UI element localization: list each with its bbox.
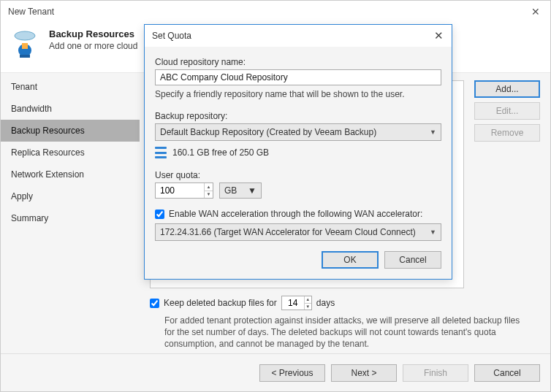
backup-repo-value: Default Backup Repository (Created by Ve…: [160, 127, 376, 137]
dialog-close-button[interactable]: ✕: [431, 29, 446, 42]
dialog-buttons: OK Cancel: [155, 251, 441, 269]
page-subtitle: Add one or more cloud: [49, 41, 137, 51]
dialog-cancel-button[interactable]: Cancel: [384, 251, 441, 269]
keep-deleted-section: Keep deleted backup files for ▲▼ days Fo…: [150, 296, 464, 350]
previous-button[interactable]: < Previous: [259, 364, 325, 382]
repo-name-hint: Specify a friendly repository name that …: [155, 89, 441, 99]
svg-rect-3: [20, 55, 30, 58]
header-text: Backup Resources Add one or more cloud: [49, 28, 137, 51]
page-title: Backup Resources: [49, 28, 137, 39]
cancel-button[interactable]: Cancel: [474, 364, 540, 382]
wan-accel-value: 172.24.31.66 (Target WAN Accelerator for…: [160, 227, 416, 237]
window-close-button[interactable]: ✕: [521, 1, 550, 23]
backup-resources-icon: [10, 28, 40, 59]
sidebar-item-replica-resources[interactable]: Replica Resources: [1, 142, 140, 164]
new-tenant-window: New Tenant ✕ Backup Resources Add one or…: [0, 0, 551, 392]
window-title: New Tenant: [8, 7, 54, 17]
add-button[interactable]: Add...: [474, 80, 540, 98]
sidebar-item-bandwidth[interactable]: Bandwidth: [1, 98, 140, 120]
titlebar: New Tenant ✕: [1, 1, 550, 23]
user-quota-label: User quota:: [155, 170, 441, 180]
svg-rect-2: [22, 43, 28, 49]
keep-deleted-label-post: days: [316, 298, 335, 308]
keep-deleted-days-value[interactable]: [282, 296, 304, 310]
keep-deleted-label-pre: Keep deleted backup files for: [164, 298, 277, 308]
storage-free-text: 160.1 GB free of 250 GB: [172, 147, 269, 158]
storage-free-row: 160.1 GB free of 250 GB: [155, 147, 441, 158]
keep-deleted-checkbox[interactable]: [150, 299, 159, 308]
wan-accel-checkbox[interactable]: [155, 210, 164, 219]
user-quota-unit-dropdown[interactable]: GB ▼: [219, 182, 262, 199]
ok-button[interactable]: OK: [322, 251, 379, 269]
remove-button: Remove: [474, 124, 540, 142]
keep-deleted-days-spinner[interactable]: ▲▼: [281, 296, 312, 310]
dialog-titlebar: Set Quota ✕: [145, 25, 452, 47]
next-button[interactable]: Next >: [331, 364, 397, 382]
wan-accel-dropdown[interactable]: 172.24.31.66 (Target WAN Accelerator for…: [155, 223, 441, 241]
user-quota-unit: GB: [224, 185, 237, 196]
spinner-arrows[interactable]: ▲▼: [204, 183, 213, 198]
user-quota-value[interactable]: [156, 183, 204, 198]
backup-repo-label: Backup repository:: [155, 111, 441, 121]
chevron-down-icon: ▼: [430, 228, 436, 236]
chevron-down-icon: ▼: [248, 185, 256, 196]
svg-point-0: [15, 31, 35, 40]
repo-name-input[interactable]: [155, 69, 441, 85]
list-action-buttons: Add... Edit... Remove: [474, 80, 540, 142]
sidebar-item-network-extension[interactable]: Network Extension: [1, 164, 140, 185]
finish-button: Finish: [403, 364, 468, 382]
sidebar-item-backup-resources[interactable]: Backup Resources: [1, 120, 140, 142]
sidebar-item-apply[interactable]: Apply: [1, 185, 140, 207]
set-quota-dialog: Set Quota ✕ Cloud repository name: Speci…: [144, 24, 452, 280]
chevron-down-icon: ▼: [430, 128, 436, 136]
storage-icon: [155, 147, 167, 158]
keep-deleted-explain: For added tenant protection against insi…: [150, 315, 530, 350]
sidebar-item-tenant[interactable]: Tenant: [1, 76, 140, 98]
backup-repo-dropdown[interactable]: Default Backup Repository (Created by Ve…: [155, 123, 441, 141]
repo-name-label: Cloud repository name:: [155, 57, 441, 67]
user-quota-spinner[interactable]: ▲▼: [155, 182, 213, 199]
edit-button: Edit...: [474, 102, 540, 120]
wizard-sidebar: Tenant Bandwidth Backup Resources Replic…: [1, 73, 140, 353]
wan-accel-label: Enable WAN acceleration through the foll…: [169, 209, 422, 219]
sidebar-item-summary[interactable]: Summary: [1, 207, 140, 229]
wizard-footer: < Previous Next > Finish Cancel: [1, 353, 550, 391]
dialog-body: Cloud repository name: Specify a friendl…: [145, 47, 452, 279]
spinner-arrows[interactable]: ▲▼: [304, 296, 311, 310]
dialog-title: Set Quota: [152, 31, 191, 41]
